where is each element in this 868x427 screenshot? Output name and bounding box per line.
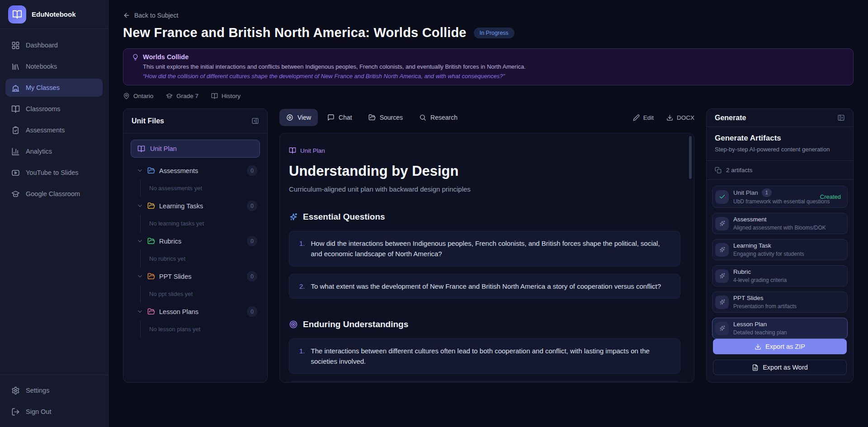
page-title: New France and British North America: Wo… bbox=[123, 25, 467, 40]
unit-essential-question: “How did the collision of different cult… bbox=[143, 73, 844, 80]
folder-rubrics[interactable]: Rubrics 0 bbox=[131, 232, 260, 250]
chevron-down-icon bbox=[137, 238, 143, 244]
chevron-down-icon bbox=[137, 273, 143, 280]
export-zip-button[interactable]: Export as ZIP bbox=[713, 339, 847, 354]
document-title: Understanding by Design bbox=[289, 163, 680, 179]
unit-overview-box: Worlds Collide This unit explores the in… bbox=[123, 48, 854, 85]
edit-button[interactable]: Edit bbox=[633, 114, 654, 121]
export-word-button[interactable]: Export as Word bbox=[713, 360, 847, 375]
sidebar-item-notebooks[interactable]: Notebooks bbox=[5, 57, 103, 75]
artifact-unit-plan[interactable]: Unit Plan1 UbD framework with essential … bbox=[712, 186, 848, 208]
panel-collapse-icon bbox=[251, 117, 259, 125]
workspace-tabs: View Chat Sources Research Edit DOCX bbox=[279, 108, 694, 127]
view-icon bbox=[286, 114, 293, 121]
document-scrollbar[interactable] bbox=[689, 136, 692, 179]
panel-collapse-icon bbox=[837, 114, 845, 122]
sidebar-item-label: Google Classroom bbox=[26, 190, 80, 197]
artifact-assessment[interactable]: Assessment Aligned assessment with Bloom… bbox=[712, 213, 848, 234]
artifact-ppt-slides[interactable]: PPT Slides Presentation from artifacts bbox=[712, 291, 848, 313]
tab-research[interactable]: Research bbox=[412, 109, 464, 126]
status-badge: In Progress bbox=[474, 28, 514, 38]
check-icon bbox=[715, 190, 729, 204]
question-card: 2. To what extent was the development of… bbox=[289, 274, 680, 299]
copy-icon bbox=[715, 167, 722, 174]
section-enduring-understandings: Enduring Understandings bbox=[289, 319, 680, 329]
generate-heading: Generate Artifacts bbox=[715, 134, 845, 143]
sidebar-item-classrooms[interactable]: Classrooms bbox=[5, 100, 103, 118]
understanding-card-clipped bbox=[289, 381, 680, 383]
artifact-rubric[interactable]: Rubric 4-level grading criteria bbox=[712, 265, 848, 286]
file-item-unit-plan[interactable]: Unit Plan bbox=[131, 140, 260, 158]
app-name: EduNotebook bbox=[32, 10, 76, 18]
pencil-icon bbox=[633, 114, 640, 121]
artifact-lesson-plan[interactable]: Lesson Plan Detailed teaching plan bbox=[712, 318, 848, 339]
sparkle-icon bbox=[715, 296, 729, 309]
target-icon bbox=[289, 320, 298, 329]
artifact-count-badge: 1 bbox=[762, 188, 772, 197]
folder-empty-text: No rubrics yet bbox=[140, 250, 260, 267]
folder-lesson-plans[interactable]: Lesson Plans 0 bbox=[131, 303, 260, 320]
map-pin-icon bbox=[123, 93, 130, 99]
question-card: 1. How did the interactions between Indi… bbox=[289, 231, 680, 267]
tab-chat[interactable]: Chat bbox=[321, 109, 359, 126]
sidebar-item-label: My Classes bbox=[26, 84, 60, 91]
folder-count-badge: 0 bbox=[247, 271, 257, 282]
tab-sources[interactable]: Sources bbox=[362, 109, 410, 126]
sparkle-icon bbox=[715, 243, 729, 257]
back-to-subject-link[interactable]: Back to Subject bbox=[123, 12, 178, 19]
sidebar-item-settings[interactable]: Settings bbox=[5, 381, 103, 399]
sidebar-item-assessments[interactable]: Assessments bbox=[5, 121, 103, 139]
sidebar-item-sign-out[interactable]: Sign Out bbox=[5, 403, 103, 421]
folder-open-icon bbox=[368, 114, 376, 121]
folder-count-badge: 0 bbox=[247, 306, 257, 317]
folder-open-icon bbox=[147, 272, 155, 280]
meta-subject: History bbox=[211, 93, 241, 99]
folder-ppt-slides[interactable]: PPT Slides 0 bbox=[131, 267, 260, 285]
collapse-files-panel-button[interactable] bbox=[251, 117, 259, 125]
lightbulb-icon bbox=[132, 54, 139, 61]
sidebar-item-my-classes[interactable]: My Classes bbox=[5, 79, 103, 97]
folder-learning-tasks[interactable]: Learning Tasks 0 bbox=[131, 197, 260, 215]
folder-open-icon bbox=[147, 167, 155, 174]
docx-download-button[interactable]: DOCX bbox=[666, 114, 694, 121]
folder-empty-text: No assessments yet bbox=[140, 179, 260, 197]
artifact-list: Unit Plan1 UbD framework with essential … bbox=[707, 180, 853, 339]
tab-view[interactable]: View bbox=[279, 109, 318, 126]
document-column: View Chat Sources Research Edit DOCX Uni… bbox=[279, 108, 694, 383]
unit-meta-row: Ontario Grade 7 History bbox=[123, 93, 854, 99]
folder-count-badge: 0 bbox=[247, 201, 257, 211]
sidebar-item-label: Sign Out bbox=[26, 408, 51, 415]
graduation-cap-icon bbox=[166, 93, 173, 99]
unit-overview-description: This unit explores the initial interacti… bbox=[143, 63, 844, 70]
folder-assessments[interactable]: Assessments 0 bbox=[131, 162, 260, 179]
sidebar-item-dashboard[interactable]: Dashboard bbox=[5, 36, 103, 54]
sidebar-item-google-classroom[interactable]: Google Classroom bbox=[5, 185, 103, 203]
book-open-icon bbox=[289, 147, 296, 154]
folder-open-icon bbox=[147, 237, 155, 245]
generate-intro: Generate Artifacts Step-by-step AI-power… bbox=[707, 127, 853, 161]
file-text-icon bbox=[752, 364, 759, 371]
sparkles-icon bbox=[289, 212, 298, 221]
document-subtitle: Curriculum-aligned unit plan with backwa… bbox=[289, 185, 680, 193]
section-essential-questions: Essential Questions bbox=[289, 212, 680, 222]
understanding-card: 1. The interactions between different cu… bbox=[289, 338, 680, 374]
collapse-generate-panel-button[interactable] bbox=[837, 114, 845, 122]
download-icon bbox=[755, 343, 761, 350]
chat-icon bbox=[327, 114, 335, 121]
search-icon bbox=[419, 114, 426, 121]
artifact-count-row: 2 artifacts bbox=[707, 161, 853, 180]
generate-subheading: Step-by-step AI-powered content generati… bbox=[715, 146, 845, 153]
download-icon bbox=[666, 114, 673, 121]
sidebar-item-label: YouTube to Slides bbox=[26, 169, 79, 176]
unit-files-panel: Unit Files Unit Plan Assessments 0 No as… bbox=[123, 108, 268, 383]
sidebar-nav: Dashboard Notebooks My Classes Classroom… bbox=[0, 29, 108, 210]
artifact-status: Created bbox=[820, 193, 843, 200]
generate-panel: Generate Generate Artifacts Step-by-step… bbox=[706, 108, 854, 383]
unit-overview-title: Worlds Collide bbox=[143, 53, 189, 61]
back-label: Back to Subject bbox=[134, 12, 178, 19]
sidebar-item-analytics[interactable]: Analytics bbox=[5, 142, 103, 160]
sparkle-icon bbox=[715, 322, 729, 335]
artifact-learning-task[interactable]: Learning Task Engaging activity for stud… bbox=[712, 239, 848, 260]
document-type-label: Unit Plan bbox=[289, 147, 680, 154]
sidebar-item-youtube-to-slides[interactable]: YouTube to Slides bbox=[5, 164, 103, 182]
